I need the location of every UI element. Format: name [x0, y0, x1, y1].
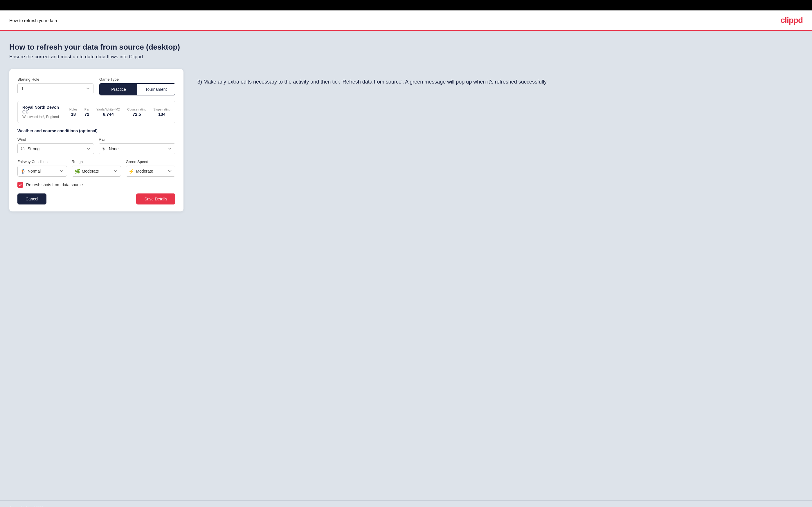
button-row: Cancel Save Details	[17, 193, 175, 205]
form-card: Starting Hole 1 2 10 Game Type Practice …	[9, 69, 184, 212]
course-location: Westward Ho!, England	[22, 115, 63, 119]
rain-select[interactable]: None Light Heavy	[99, 143, 175, 154]
green-speed-label: Green Speed	[126, 160, 175, 164]
rain-group: Rain ☀ None Light Heavy	[99, 137, 175, 154]
rough-select-wrapper: 🌿 Moderate Light Heavy	[72, 166, 121, 177]
rain-icon: ☀	[102, 146, 106, 152]
course-info: Royal North Devon GC, Westward Ho!, Engl…	[22, 105, 63, 119]
game-type-toggle: Practice Tournament	[99, 83, 175, 96]
course-row: Royal North Devon GC, Westward Ho!, Engl…	[17, 101, 175, 123]
holes-stat: Holes 18	[69, 108, 78, 117]
green-select-wrapper: ⚡ Moderate Slow Fast	[126, 166, 175, 177]
cancel-button[interactable]: Cancel	[17, 193, 46, 205]
par-value: 72	[85, 112, 89, 117]
holes-value: 18	[71, 112, 76, 117]
wind-group: Wind 🌬 Strong None Light Moderate	[17, 137, 94, 154]
tournament-button[interactable]: Tournament	[137, 84, 175, 95]
rough-icon: 🌿	[74, 169, 81, 174]
rough-group: Rough 🌿 Moderate Light Heavy	[72, 160, 121, 177]
game-type-label: Game Type	[99, 77, 175, 81]
rain-label: Rain	[99, 137, 175, 142]
page-title: How to refresh your data from source (de…	[9, 43, 803, 52]
content-area: Starting Hole 1 2 10 Game Type Practice …	[9, 69, 803, 212]
conditions-three-row: Fairway Conditions 🏌 Normal Soft Hard Ro…	[17, 160, 175, 177]
game-type-group: Game Type Practice Tournament	[99, 77, 175, 96]
conditions-label: Weather and course conditions (optional)	[17, 128, 175, 133]
save-button[interactable]: Save Details	[136, 193, 175, 205]
wind-select-wrapper: 🌬 Strong None Light Moderate	[17, 143, 94, 154]
refresh-checkbox-label: Refresh shots from data source	[26, 182, 83, 187]
header-title: How to refresh your data	[9, 18, 57, 23]
side-description-text: 3) Make any extra edits necessary to the…	[197, 78, 803, 86]
slope-rating-value: 134	[158, 112, 165, 117]
fairway-icon: 🏌	[20, 169, 26, 174]
course-name: Royal North Devon GC,	[22, 105, 63, 114]
par-stat: Par 72	[85, 108, 89, 117]
fairway-select-wrapper: 🏌 Normal Soft Hard	[17, 166, 67, 177]
logo: clippd	[781, 16, 803, 25]
starting-hole-group: Starting Hole 1 2 10	[17, 77, 94, 96]
slope-rating-label: Slope rating	[153, 108, 170, 111]
wind-icon: 🌬	[20, 146, 25, 152]
wind-label: Wind	[17, 137, 94, 142]
holes-label: Holes	[69, 108, 78, 111]
slope-rating-stat: Slope rating 134	[153, 108, 170, 117]
practice-button[interactable]: Practice	[100, 84, 137, 95]
page-subtitle: Ensure the correct and most up to date d…	[9, 54, 803, 60]
rough-label: Rough	[72, 160, 121, 164]
wind-rain-row: Wind 🌬 Strong None Light Moderate Rain	[17, 137, 175, 154]
course-rating-value: 72.5	[133, 112, 141, 117]
starting-hole-select[interactable]: 1 2 10	[17, 83, 94, 94]
fairway-label: Fairway Conditions	[17, 160, 67, 164]
fairway-group: Fairway Conditions 🏌 Normal Soft Hard	[17, 160, 67, 177]
yards-stat: Yards/White (M)) 6,744	[96, 108, 120, 117]
starting-hole-gametype-row: Starting Hole 1 2 10 Game Type Practice …	[17, 77, 175, 96]
course-stats: Holes 18 Par 72 Yards/White (M)) 6,744 C…	[69, 108, 170, 117]
top-bar	[0, 0, 812, 10]
green-icon: ⚡	[129, 169, 135, 174]
course-rating-label: Course rating	[127, 108, 146, 111]
course-rating-stat: Course rating 72.5	[127, 108, 146, 117]
rain-select-wrapper: ☀ None Light Heavy	[99, 143, 175, 154]
green-speed-group: Green Speed ⚡ Moderate Slow Fast	[126, 160, 175, 177]
starting-hole-label: Starting Hole	[17, 77, 94, 81]
yards-label: Yards/White (M))	[96, 108, 120, 111]
header: How to refresh your data clippd	[0, 10, 812, 31]
wind-select[interactable]: Strong None Light Moderate	[17, 143, 94, 154]
main-content: How to refresh your data from source (de…	[0, 31, 812, 500]
footer: Copyright Clippd 2022	[0, 500, 812, 507]
side-description: 3) Make any extra edits necessary to the…	[197, 69, 803, 86]
par-label: Par	[85, 108, 89, 111]
refresh-checkbox-row: Refresh shots from data source	[17, 182, 175, 188]
refresh-checkbox[interactable]	[17, 182, 23, 188]
yards-value: 6,744	[103, 112, 114, 117]
